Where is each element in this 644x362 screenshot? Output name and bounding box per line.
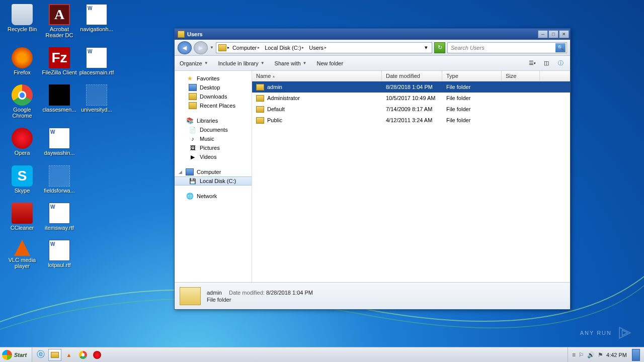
desktop-icon-google-chrome[interactable]: Google Chrome [4,84,40,119]
show-desktop-button[interactable] [632,349,640,361]
chrome-icon [12,84,33,106]
sidebar-libraries[interactable]: 📚Libraries [175,116,252,125]
sidebar-computer[interactable]: ◢Computer [175,167,252,176]
table-row[interactable]: admin8/28/2018 1:04 PMFile folder [252,81,570,93]
toolbar: Organize▼ Include in library▼ Share with… [175,56,570,71]
organize-menu[interactable]: Organize▼ [180,60,208,66]
task-ie[interactable]: ⓔ [34,349,47,361]
desktop-icon-navigationh-[interactable]: navigationh... [78,4,115,38]
minimize-button[interactable]: ─ [538,30,548,38]
skype-icon: S [12,165,33,187]
desktop-icon-recycle-bin[interactable]: Recycle Bin [4,4,40,38]
breadcrumb[interactable]: ▸ Computer▸ Local Disk (C:)▸ Users▸ ▾ [216,42,432,53]
view-options-icon[interactable]: ☰ ▾ [528,59,537,68]
desktop-icon-classesmen-[interactable]: classesmen... [41,84,77,119]
word-icon [49,240,70,261]
col-date[interactable]: Date modified [382,71,442,81]
firefox-icon [12,47,33,68]
desktop-icon-lotpaul-rtf[interactable]: lotpaul.rtf [41,240,77,269]
forward-button[interactable]: ► [194,41,208,54]
sidebar-item-music[interactable]: ♪Music [175,134,252,143]
desktop-icon-fieldsforwa-[interactable]: fieldsforwa... [41,165,77,194]
details-name: admin [207,290,222,296]
task-explorer[interactable] [48,349,61,361]
word-icon [49,128,70,149]
explorer-body: ★Favorites Desktop Downloads Recent Plac… [175,71,570,282]
watermark: ANY RUN [580,324,634,342]
folder-icon [178,31,185,38]
desktop-icon-placesmain-rtf[interactable]: placesmain.rtf [78,47,115,75]
desktop-icon-filezilla-client[interactable]: FzFileZilla Client [41,47,77,75]
folder-icon [180,287,201,305]
word-icon [86,4,107,25]
desktop-icon-firefox[interactable]: Firefox [4,47,40,75]
task-chrome[interactable] [76,349,90,361]
tray-expand-icon[interactable]: ≡ [572,351,576,358]
crumb-users[interactable]: Users▸ [307,45,329,51]
filezilla-icon: Fz [49,47,70,68]
refresh-button[interactable]: ↻ [434,42,445,53]
desktop-icon-skype[interactable]: SSkype [4,165,40,194]
table-row[interactable]: Administrator10/5/2017 10:49 AMFile fold… [252,93,570,104]
desktop-icon-vlc-media-player[interactable]: VLC media player [4,240,40,269]
crumb-computer[interactable]: Computer▸ [230,45,262,51]
sidebar-item-videos[interactable]: ▶Videos [175,152,252,161]
task-vlc[interactable]: ▲ [62,349,75,361]
table-row[interactable]: Default7/14/2009 8:17 AMFile folder [252,104,570,115]
tray-flag-icon[interactable]: ⚑ [598,351,603,358]
close-button[interactable]: ✕ [559,30,569,38]
sidebar-network[interactable]: 🌐Network [175,192,252,201]
sidebar-item-local-disk[interactable]: 💾Local Disk (C:) [175,176,252,186]
search-input[interactable] [449,45,555,51]
blank-light-icon [49,165,70,187]
back-button[interactable]: ◄ [178,41,192,54]
breadcrumb-dropdown-icon[interactable]: ▾ [423,44,430,51]
share-with-menu[interactable]: Share with▼ [275,60,307,66]
desktop-icon-ccleaner[interactable]: CCleaner [4,203,40,231]
taskbar: Start ⓔ ▲ ≡ ⚐ 🔊 ⚑ 4:42 PM [0,347,644,362]
col-type[interactable]: Type [442,71,502,81]
sidebar-item-pictures[interactable]: 🖼Pictures [175,143,252,152]
titlebar[interactable]: Users ─ □ ✕ [175,29,570,40]
folder-icon [256,95,264,102]
window-title: Users [187,31,538,37]
vlc-icon [14,240,30,256]
adobe-icon: A [49,4,70,25]
desktop-icon-acrobat-reader-dc[interactable]: AAcrobat Reader DC [41,4,77,38]
explorer-window: Users ─ □ ✕ ◄ ► ▼ ▸ Computer▸ Local Disk… [174,28,571,310]
crumb-local-disk[interactable]: Local Disk (C:)▸ [263,45,306,51]
tray-volume-icon[interactable]: 🔊 [587,351,595,358]
desktop-icon-itemsway-rtf[interactable]: itemsway.rtf [41,203,77,231]
start-orb-icon [2,350,12,360]
task-opera[interactable] [91,349,104,361]
col-size[interactable]: Size [502,71,540,81]
sidebar-item-desktop[interactable]: Desktop [175,83,252,92]
sidebar-item-recent[interactable]: Recent Places [175,101,252,110]
sidebar-item-downloads[interactable]: Downloads [175,92,252,101]
sidebar-favorites[interactable]: ★Favorites [175,74,252,83]
details-type: File folder [207,297,313,303]
start-button[interactable]: Start [0,347,32,363]
clock[interactable]: 4:42 PM [606,352,627,358]
systray: ≡ ⚐ 🔊 ⚑ 4:42 PM [568,347,644,362]
tray-action-center-icon[interactable]: ⚐ [579,351,584,358]
sidebar-item-documents[interactable]: 📄Documents [175,125,252,134]
folder-icon [218,44,226,51]
desktop-icon-daywashin-[interactable]: daywashin... [41,128,77,156]
maximize-button[interactable]: □ [548,30,558,38]
sidebar: ★Favorites Desktop Downloads Recent Plac… [175,71,252,282]
list-rows: admin8/28/2018 1:04 PMFile folderAdminis… [252,81,570,282]
desktop-icon-universityd-[interactable]: universityd... [78,84,115,119]
new-folder-button[interactable]: New folder [316,60,343,66]
table-row[interactable]: Public4/12/2011 3:24 AMFile folder [252,115,570,126]
help-icon[interactable]: ⓘ [556,59,565,68]
col-name[interactable]: Name▴ [252,71,382,81]
search-button[interactable]: 🔍 [555,43,566,52]
col-extra[interactable] [540,71,570,81]
ccleaner-icon [12,203,33,224]
recycle-icon [12,4,33,25]
word-icon [86,47,107,68]
desktop-icon-opera[interactable]: Opera [4,128,40,156]
preview-pane-icon[interactable]: ◫ [542,59,551,68]
include-library-menu[interactable]: Include in library▼ [218,60,265,66]
